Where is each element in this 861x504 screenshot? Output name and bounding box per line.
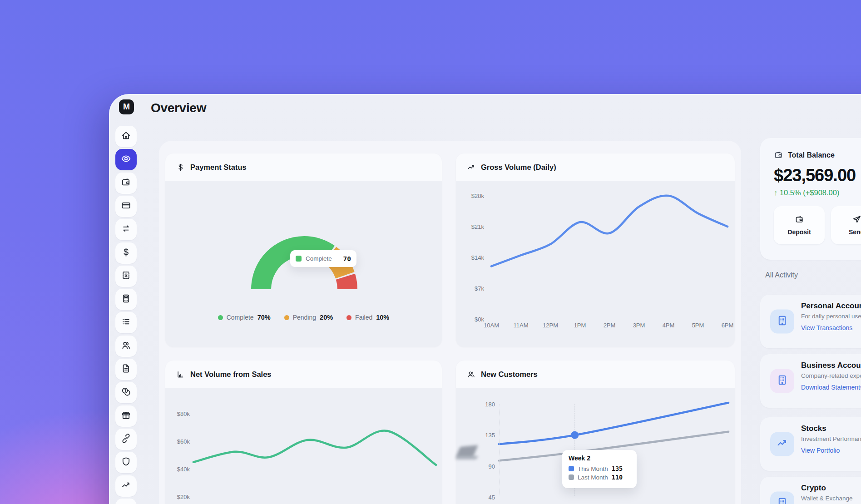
gift-icon [121,410,131,422]
x-axis-label: 4PM [663,322,675,329]
sidebar-item-home[interactable] [115,126,137,147]
page-title: Overview [151,101,206,115]
tooltip-row: Last Month110 [569,474,630,481]
dollar-icon [176,163,185,172]
sidebar-item-link[interactable] [115,429,137,450]
activity-item-business-account[interactable]: Business Account Company-related expense… [760,354,861,408]
week-tooltip: Week 2 This Month135Last Month110 [562,450,637,488]
activity-title: Stocks [801,424,861,433]
sidebar-item-document[interactable] [115,359,137,380]
total-balance-label: Total Balance [788,151,835,159]
calculator-icon [121,293,131,306]
y-axis-label: $80k [172,410,190,417]
all-activity-heading: All Activity [765,271,798,279]
sidebar-item-credit-card[interactable] [115,196,137,217]
trending-up-icon [770,432,794,456]
sidebar-item-coins[interactable] [115,382,137,403]
sidebar-item-receipt-dollar[interactable] [115,266,137,287]
total-balance-card: Total Balance $23,569.00 ↑ 10.5% (+$908.… [760,138,861,260]
new-customers-card: New Customers 1801359045 Week 2 This Mon… [456,361,735,504]
y-axis-label: $21k [464,223,484,230]
legend-item-complete: Complete70% [218,314,271,321]
dashboard-panel: Payment Status Complete 70 Complete70%Pe… [159,141,741,504]
tooltip-row: This Month135 [569,465,630,472]
total-balance-change: ↑ 10.5% (+$908.00) [774,188,861,197]
view-portfolio-link[interactable]: View Portfolio [801,447,861,454]
bar-chart-icon [176,370,185,379]
new-customers-body: 1801359045 Week 2 This Month135Last Mont… [456,388,735,504]
y-axis-label: $28k [464,193,484,199]
view-transactions-link[interactable]: View Transactions [801,324,861,331]
payment-status-legend: Complete70%Pending20%Failed10% [165,314,442,321]
x-axis-label: 6PM [722,322,734,329]
y-axis-label: $60k [172,438,190,445]
trending-up-icon [121,480,131,492]
tooltip-value: 70 [343,255,351,262]
activity-item-crypto[interactable]: Crypto Wallet & Exchange [760,477,861,504]
sidebar-item-calculator[interactable] [115,289,137,310]
payment-status-body: Complete 70 Complete70%Pending20%Failed1… [165,181,442,347]
sidebar-item-users[interactable] [115,336,137,357]
activity-item-personal-account[interactable]: Personal Account For daily personal use … [760,295,861,348]
total-balance-header: Total Balance [774,150,861,160]
sidebar-item-gift[interactable] [115,405,137,427]
app-logo: M [119,99,134,114]
blur-artifact [455,444,479,465]
payment-status-card: Payment Status Complete 70 Complete70%Pe… [165,153,442,347]
sidebar-item-trending-up[interactable] [115,475,137,497]
legend-item-failed: Failed10% [346,314,389,321]
legend-item-pending: Pending20% [284,314,333,321]
sidebar-item-dollar[interactable] [115,242,137,264]
tooltip-title: Week 2 [569,455,630,462]
net-volume-header: Net Volume from Sales [165,361,442,388]
x-axis-label: 11AM [514,322,529,329]
activity-title: Business Account [801,361,861,370]
deposit-button[interactable]: Deposit [774,206,825,244]
y-axis-label: 45 [474,494,495,501]
sidebar-item-monitor[interactable] [115,499,137,504]
trending-up-icon [467,163,475,172]
net-volume-chart: $80k$60k$40k$20k [165,388,442,504]
activity-subtitle: Company-related expenses [801,372,861,379]
net-volume-body: $80k$60k$40k$20k [165,388,442,504]
x-axis-label: 2PM [604,322,616,329]
users-icon [467,370,475,379]
y-axis-label: $40k [172,466,190,473]
credit-card-icon [121,200,131,212]
bank-icon [770,492,794,504]
y-axis-label: $14k [464,254,484,261]
activity-title: Crypto [801,484,853,493]
send-button[interactable]: Send [831,206,861,244]
deposit-label: Deposit [787,228,811,236]
x-axis-label: 5PM [692,322,704,329]
card-title: Net Volume from Sales [190,370,272,379]
sidebar-item-wallet[interactable] [115,173,137,194]
activity-item-stocks[interactable]: Stocks Investment Performance View Portf… [760,417,861,471]
sidebar-item-list[interactable] [115,312,137,333]
coins-icon [121,386,131,399]
download-statements-link[interactable]: Download Statements [801,384,861,391]
send-label: Send [849,228,861,236]
bank-icon [770,310,794,334]
balance-actions: Deposit Send [774,206,861,244]
payment-status-header: Payment Status [165,153,442,181]
x-axis-label: 10AM [484,322,499,329]
wallet-icon [795,215,804,224]
gross-volume-chart: $28k$21k$14k$7k$0k10AM11AM12PM1PM2PM3PM4… [456,181,735,347]
sidebar-item-eye[interactable] [115,149,137,170]
shield-icon [121,456,131,469]
card-title: Payment Status [190,163,247,172]
document-icon [121,363,131,376]
link-icon [121,433,131,445]
sidebar-item-transfer-arrows[interactable] [115,219,137,240]
sidebar-item-shield[interactable] [115,452,137,473]
activity-subtitle: For daily personal use [801,313,861,320]
receipt-dollar-icon [121,270,131,282]
activity-subtitle: Wallet & Exchange [801,495,853,502]
users-icon [121,340,131,352]
tooltip-swatch [296,256,302,262]
tooltip-label: Complete [306,255,332,262]
gross-volume-header: Gross Volume (Daily) [456,153,735,181]
new-customers-header: New Customers [456,361,735,388]
x-axis-label: 12PM [543,322,558,329]
